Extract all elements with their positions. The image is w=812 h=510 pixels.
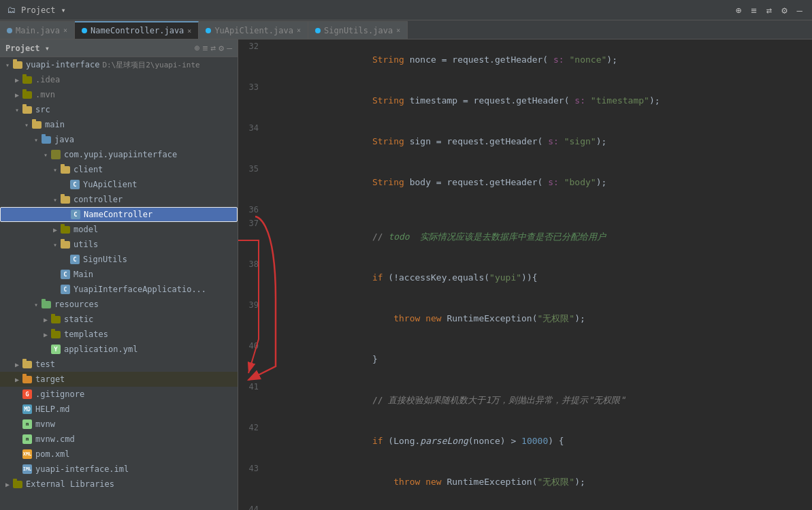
sidebar-item-controller[interactable]: ▾ controller	[0, 192, 238, 207]
tab-signutils[interactable]: SignUtils.java ×	[308, 21, 408, 39]
label-controller: controller	[74, 195, 123, 204]
arrow-resources: ▾	[31, 301, 41, 308]
class-icon-yuapiapp: C	[60, 284, 71, 295]
tab-yuapiclient[interactable]: YuApiClient.java ×	[199, 21, 308, 39]
line-num-43: 43	[238, 462, 264, 503]
line-num-39: 39	[238, 298, 264, 339]
class-icon-signutils: C	[69, 254, 80, 265]
tab-namecontroller[interactable]: NameController.java ×	[75, 21, 199, 39]
sidebar-item-iml[interactable]: IML yuapi-interface.iml	[0, 462, 238, 477]
sidebar-item-mvnw[interactable]: m mvnw	[0, 417, 238, 432]
sidebar-item-src[interactable]: ▾ src	[0, 102, 238, 117]
label-yuapiapp: YuapiInterfaceApplicatio...	[74, 285, 206, 294]
sidebar-item-yuapiclient[interactable]: C YuApiClient	[0, 177, 238, 192]
label-resources: resources	[54, 300, 99, 309]
tab-close-yuapiclient[interactable]: ×	[297, 27, 301, 34]
file-icon-helpmd: MD	[22, 404, 33, 415]
arrow-main: ▾	[22, 121, 31, 129]
tab-label-signutils: SignUtils.java	[324, 26, 393, 35]
arrow-yuapi: ▾	[3, 61, 12, 69]
label-yuapi: yuapi-interface	[26, 60, 99, 69]
code-33: String timestamp = request.getHeader( s:…	[274, 80, 812, 121]
sidebar-icon-2[interactable]: ≡	[203, 43, 208, 53]
sidebar-item-model[interactable]: ▶ model	[0, 222, 238, 237]
tab-main[interactable]: Main.java ×	[0, 21, 75, 39]
sidebar-item-target[interactable]: ▶ target	[0, 372, 238, 387]
sidebar-item-yuapi-interface[interactable]: ▾ yuapi-interface D:\星球项目2\yuapi-inte	[0, 57, 238, 72]
folder-icon-idea	[22, 74, 33, 85]
sidebar-item-signutils[interactable]: C SignUtils	[0, 252, 238, 267]
title-icon-1[interactable]: ⊕	[733, 3, 744, 17]
gutter-43	[264, 462, 274, 503]
line-num-41: 41	[238, 380, 264, 421]
sidebar-item-idea[interactable]: ▶ .idea	[0, 72, 238, 87]
code-line-43: 43 throw new RuntimeException("无权限");	[238, 462, 812, 503]
gutter-44	[264, 503, 274, 510]
title-dropdown[interactable]: ▾	[61, 5, 66, 15]
label-mvn: .mvn	[35, 90, 55, 99]
sidebar-item-test[interactable]: ▶ test	[0, 357, 238, 372]
sidebar-item-pomxml[interactable]: XML pom.xml	[0, 447, 238, 462]
sidebar-item-extlib[interactable]: ▶ External Libraries	[0, 477, 238, 492]
main-layout: Project ▾ ⊕ ≡ ⇄ ⚙ — ▾ yuapi-interface D:…	[0, 39, 812, 510]
title-icon-4[interactable]: ⚙	[779, 3, 790, 17]
gutter-42	[264, 421, 274, 462]
tab-dot-yuapiclient	[206, 28, 211, 33]
gutter-36	[264, 203, 274, 217]
sidebar-item-com-yupi[interactable]: ▾ com.yupi.yuapiinterface	[0, 147, 238, 162]
tab-close-main[interactable]: ×	[63, 27, 67, 34]
title-icon-3[interactable]: ⇄	[764, 3, 775, 17]
sidebar-item-resources[interactable]: ▾ resources	[0, 297, 238, 312]
folder-icon-static	[50, 314, 61, 325]
sidebar-item-appyml[interactable]: Y application.yml	[0, 342, 238, 357]
sidebar-icon-3[interactable]: ⇄	[211, 43, 216, 53]
label-signutils: SignUtils	[83, 255, 127, 264]
sidebar: Project ▾ ⊕ ≡ ⇄ ⚙ — ▾ yuapi-interface D:…	[0, 39, 238, 510]
sidebar-item-gitignore[interactable]: G .gitignore	[0, 387, 238, 402]
sidebar-item-utils[interactable]: ▾ utils	[0, 237, 238, 252]
title-project-label: Project	[21, 5, 56, 15]
sidebar-icon-5[interactable]: —	[227, 43, 232, 53]
code-line-41: 41 // 直接校验如果随机数大于1万，则抛出异常，并提示"无权限"	[238, 380, 812, 421]
label-namecontroller: NameController	[84, 210, 152, 219]
arrow-idea: ▶	[12, 76, 22, 84]
line-num-38: 38	[238, 257, 264, 298]
folder-icon-controller	[60, 194, 71, 205]
code-43: throw new RuntimeException("无权限");	[274, 462, 812, 503]
gutter-39	[264, 298, 274, 339]
tab-dot-main	[7, 28, 12, 33]
sidebar-icon-4[interactable]: ⚙	[218, 43, 224, 53]
class-icon-yuapiclient: C	[69, 179, 80, 190]
sidebar-item-yuapiapp[interactable]: C YuapiInterfaceApplicatio...	[0, 282, 238, 297]
sidebar-item-main[interactable]: ▾ main	[0, 117, 238, 132]
label-gitignore: .gitignore	[35, 389, 84, 399]
tab-close-namecontroller[interactable]: ×	[187, 27, 191, 35]
sidebar-item-mvn[interactable]: ▶ .mvn	[0, 87, 238, 102]
title-icon-5[interactable]: —	[794, 3, 805, 17]
sidebar-icon-1[interactable]: ⊕	[195, 43, 200, 53]
code-area[interactable]: 32 String nonce = request.getHeader( s: …	[238, 39, 812, 510]
line-num-42: 42	[238, 421, 264, 462]
tab-close-signutils[interactable]: ×	[396, 27, 400, 34]
title-icon-group: ⊕ ≡ ⇄ ⚙ —	[733, 3, 805, 17]
sidebar-header: Project ▾ ⊕ ≡ ⇄ ⚙ —	[0, 39, 238, 57]
folder-icon-src	[22, 104, 33, 115]
arrow-extlib: ▶	[3, 481, 12, 488]
file-icon-mvnwcmd: m	[22, 434, 33, 445]
sidebar-item-helpmd[interactable]: MD HELP.md	[0, 402, 238, 417]
arrow-mvn: ▶	[12, 91, 22, 99]
gutter-38	[264, 257, 274, 298]
sidebar-item-main-class[interactable]: C Main	[0, 267, 238, 282]
sidebar-item-client[interactable]: ▾ client	[0, 162, 238, 177]
sidebar-item-java[interactable]: ▾ java	[0, 132, 238, 147]
sidebar-item-mvnwcmd[interactable]: m mvnw.cmd	[0, 432, 238, 447]
sidebar-item-namecontroller[interactable]: C NameController	[0, 207, 238, 222]
label-main: main	[45, 120, 65, 129]
sidebar-item-static[interactable]: ▶ static	[0, 312, 238, 327]
title-icon-2[interactable]: ≡	[748, 3, 759, 17]
tab-dot-namecontroller	[82, 28, 87, 33]
file-icon-iml: IML	[22, 464, 33, 475]
code-40: }	[274, 339, 812, 380]
code-line-32: 32 String nonce = request.getHeader( s: …	[238, 39, 812, 80]
sidebar-item-templates[interactable]: ▶ templates	[0, 327, 238, 342]
